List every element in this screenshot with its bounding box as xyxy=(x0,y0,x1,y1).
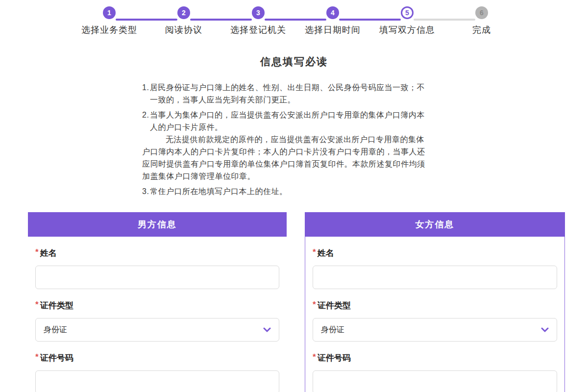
female-name-field: *姓名 xyxy=(313,247,557,289)
male-panel-title: 男方信息 xyxy=(28,212,287,237)
required-asterisk: * xyxy=(35,247,39,257)
step-5-label: 填写双方信息 xyxy=(379,24,435,36)
step-3-circle: 3 xyxy=(252,6,265,19)
step-2: 2 阅读协议 xyxy=(147,6,221,36)
step-3: 3 选择登记机关 xyxy=(221,6,295,36)
female-name-input[interactable] xyxy=(313,266,557,289)
chevron-down-icon xyxy=(263,327,271,333)
step-5-current: 5 填写双方信息 xyxy=(370,6,444,36)
male-id-number-label: *证件号码 xyxy=(35,352,279,364)
notice-title: 信息填写必读 xyxy=(0,55,588,69)
female-info-panel: 女方信息 *姓名 *证件类型 身份证 xyxy=(305,212,565,392)
notice-list: 1. 居民身份证与户口簿上的姓名、性别、出生日期、公民身份号码应当一致；不一致的… xyxy=(142,81,432,200)
step-2-label: 阅读协议 xyxy=(165,24,202,36)
step-6: 6 完成 xyxy=(444,6,519,36)
step-3-label: 选择登记机关 xyxy=(230,24,286,36)
notice-item-2-number: 2. xyxy=(142,109,149,121)
notice-item-3: 3. 常住户口所在地填写户口本上的住址。 xyxy=(142,185,432,197)
female-id-type-label: *证件类型 xyxy=(313,300,557,312)
notice-item-2-text: 当事人为集体户口的，应当提供盖有公安派出所户口专用章的集体户口簿内本人的户口卡片… xyxy=(150,109,432,133)
chevron-down-icon xyxy=(541,327,549,333)
male-name-label: *姓名 xyxy=(35,247,279,259)
notice-item-3-number: 3. xyxy=(142,185,149,197)
required-asterisk: * xyxy=(313,352,316,362)
step-5-circle: 5 xyxy=(401,6,414,19)
step-4-circle: 4 xyxy=(326,6,339,19)
notice-item-3-text: 常住户口所在地填写户口本上的住址。 xyxy=(150,185,432,197)
step-4-label: 选择日期时间 xyxy=(305,24,361,36)
page: 1 选择业务类型 2 阅读协议 3 选择登记机关 4 选择日期时间 5 填写双方… xyxy=(0,0,588,392)
required-asterisk: * xyxy=(35,352,39,362)
step-1-circle: 1 xyxy=(103,6,116,19)
male-name-field: *姓名 xyxy=(35,247,279,289)
step-6-label: 完成 xyxy=(472,24,491,36)
female-id-type-select[interactable]: 身份证 xyxy=(313,318,557,342)
notice-item-1: 1. 居民身份证与户口簿上的姓名、性别、出生日期、公民身份号码应当一致；不一致的… xyxy=(142,81,432,106)
female-name-label: *姓名 xyxy=(313,247,557,259)
step-6-circle: 6 xyxy=(475,6,488,19)
wizard-stepper: 1 选择业务类型 2 阅读协议 3 选择登记机关 4 选择日期时间 5 填写双方… xyxy=(72,6,519,47)
required-asterisk: * xyxy=(313,300,316,309)
female-id-type-field: *证件类型 身份证 xyxy=(313,300,557,342)
male-id-number-field: *证件号码 xyxy=(35,352,279,392)
step-4: 4 选择日期时间 xyxy=(295,6,370,36)
notice-item-1-text: 居民身份证与户口簿上的姓名、性别、出生日期、公民身份号码应当一致；不一致的，当事… xyxy=(150,81,432,106)
female-id-type-value: 身份证 xyxy=(321,325,344,335)
male-id-type-label: *证件类型 xyxy=(35,300,279,312)
male-id-number-input[interactable] xyxy=(35,370,279,392)
step-1-label: 选择业务类型 xyxy=(81,24,137,36)
male-id-type-value: 身份证 xyxy=(44,325,67,335)
male-name-input[interactable] xyxy=(35,266,279,289)
female-panel-title: 女方信息 xyxy=(305,212,565,237)
female-id-number-label: *证件号码 xyxy=(313,352,557,364)
female-id-number-input[interactable] xyxy=(313,370,557,392)
notice-item-2: 2. 当事人为集体户口的，应当提供盖有公安派出所户口专用章的集体户口簿内本人的户… xyxy=(142,109,432,182)
female-id-number-field: *证件号码 xyxy=(313,352,557,392)
male-id-type-field: *证件类型 身份证 xyxy=(35,300,279,342)
required-asterisk: * xyxy=(313,247,316,257)
step-1: 1 选择业务类型 xyxy=(72,6,147,36)
male-info-panel: 男方信息 *姓名 *证件类型 身份证 xyxy=(28,212,287,392)
notice-item-1-number: 1. xyxy=(142,81,149,94)
required-asterisk: * xyxy=(35,300,39,309)
male-id-type-select[interactable]: 身份证 xyxy=(35,318,279,342)
step-2-circle: 2 xyxy=(177,6,190,19)
notice-item-2-text-continued: 无法提供前款规定的原件的，应当提供盖有公安派出所户口专用章的集体户口簿内本人的户… xyxy=(142,133,432,182)
